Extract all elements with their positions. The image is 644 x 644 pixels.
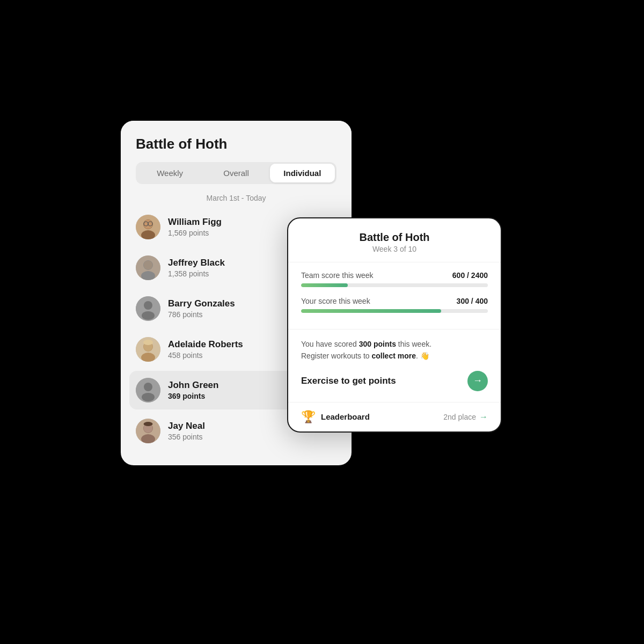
card-header: Battle of Hoth Weekly Overall Individual… — [121, 121, 352, 202]
svg-point-26 — [144, 422, 153, 426]
your-score-bar-fill — [301, 309, 441, 313]
svg-point-10 — [144, 261, 153, 270]
svg-point-13 — [142, 311, 155, 320]
svg-point-20 — [144, 383, 152, 391]
svg-point-21 — [142, 393, 155, 401]
tab-individual[interactable]: Individual — [270, 164, 335, 182]
date-range: March 1st - Today — [136, 194, 336, 202]
tab-weekly[interactable]: Weekly — [137, 164, 202, 182]
svg-point-18 — [143, 340, 153, 345]
your-score-label: Your score this week — [301, 297, 370, 305]
avatar — [136, 378, 160, 402]
team-score-bar-bg — [301, 283, 488, 287]
stats-section: Team score this week 600 / 2400 Your sco… — [288, 262, 501, 329]
item-points: 356 points — [168, 433, 332, 441]
tab-overall[interactable]: Overall — [203, 164, 268, 182]
desc2-post: . 👋 — [416, 352, 429, 360]
your-score-row: Your score this week 300 / 400 — [301, 297, 488, 313]
stats-header: Battle of Hoth Week 3 of 10 — [288, 218, 501, 262]
avatar — [136, 296, 160, 321]
footer-arrow-icon: → — [479, 412, 488, 422]
stats-description: You have scored 300 points this week. Re… — [301, 338, 488, 362]
leaderboard-icon: 🏆 — [301, 410, 316, 424]
footer-label: Leaderboard — [321, 412, 443, 421]
avatar — [136, 215, 160, 239]
stats-title: Battle of Hoth — [301, 231, 488, 244]
desc-pre: You have scored — [301, 340, 359, 348]
avatar — [136, 419, 160, 443]
avatar — [136, 255, 160, 280]
stats-subtitle: Week 3 of 10 — [301, 245, 488, 253]
team-score-row: Team score this week 600 / 2400 — [301, 271, 488, 287]
exercise-arrow-icon: → — [467, 371, 488, 391]
your-score-value: 300 / 400 — [457, 297, 488, 305]
leaderboard-title: Battle of Hoth — [136, 136, 336, 152]
desc-bold: 300 points — [359, 340, 396, 348]
team-score-bar-fill — [301, 283, 348, 287]
team-score-label: Team score this week — [301, 271, 374, 280]
team-score-value: 600 / 2400 — [452, 271, 488, 280]
desc2-bold: collect more — [372, 352, 416, 360]
leaderboard-footer[interactable]: 🏆 Leaderboard 2nd place → — [288, 402, 501, 431]
desc2-pre: Register workouts to — [301, 352, 372, 360]
your-score-bar-bg — [301, 309, 488, 313]
svg-point-12 — [144, 301, 152, 310]
tabs: Weekly Overall Individual — [136, 162, 336, 184]
stats-card: Battle of Hoth Week 3 of 10 Team score t… — [287, 217, 502, 433]
exercise-button[interactable]: Exercise to get points → — [301, 371, 488, 391]
footer-place: 2nd place — [443, 413, 476, 421]
exercise-label: Exercise to get points — [301, 376, 396, 386]
avatar — [136, 337, 160, 362]
stats-text-section: You have scored 300 points this week. Re… — [288, 329, 501, 402]
desc-post: this week. — [396, 340, 431, 348]
